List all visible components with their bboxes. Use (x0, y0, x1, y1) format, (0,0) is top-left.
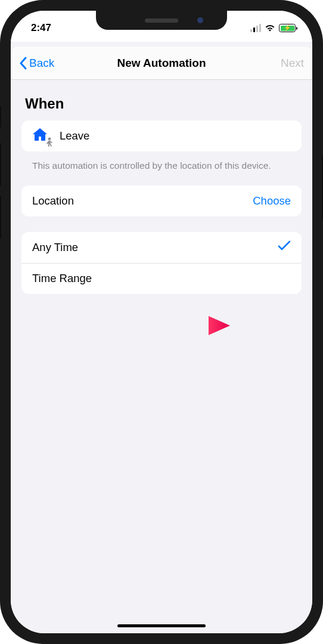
trigger-row-leave[interactable]: Leave (21, 120, 302, 151)
wifi-icon (265, 24, 275, 32)
next-button: Next (281, 57, 304, 70)
section-heading-when: When (21, 80, 302, 120)
trigger-label: Leave (60, 129, 89, 143)
status-indicators: ⚡ (250, 20, 296, 32)
location-card: Location Choose (21, 185, 302, 216)
checkmark-icon (278, 240, 291, 255)
home-indicator[interactable] (117, 624, 206, 628)
cellular-signal-icon (250, 24, 262, 32)
choose-location-button[interactable]: Choose (253, 194, 291, 208)
location-row[interactable]: Location Choose (21, 185, 302, 216)
trigger-footnote: This automation is controlled by the loc… (21, 151, 302, 185)
back-button[interactable]: Back (19, 57, 54, 70)
back-button-label: Back (29, 57, 54, 70)
content-area: When Leave This automation is controlled… (11, 80, 312, 633)
page-title: New Automation (11, 57, 312, 70)
svg-point-0 (48, 138, 51, 141)
volume-up-button (0, 143, 1, 186)
notch (96, 11, 227, 30)
location-label: Location (32, 194, 244, 208)
battery-charging-icon: ⚡ (279, 24, 296, 32)
annotation-arrow-icon (174, 312, 234, 339)
volume-down-button (0, 196, 1, 239)
status-time: 2:47 (31, 18, 51, 34)
time-option-time-range[interactable]: Time Range (21, 263, 302, 294)
time-options-card: Any Time Time Range (21, 232, 302, 294)
navigation-bar: Back New Automation Next (11, 47, 312, 80)
trigger-card: Leave (21, 120, 302, 151)
time-option-any-time[interactable]: Any Time (21, 232, 302, 263)
screen: 2:47 ⚡ Back New Automation Next (11, 11, 312, 633)
chevron-left-icon (19, 57, 27, 70)
time-option-label: Time Range (32, 272, 291, 285)
mute-switch (0, 106, 1, 128)
leave-home-icon (32, 128, 51, 144)
phone-frame: 2:47 ⚡ Back New Automation Next (0, 0, 323, 644)
time-option-label: Any Time (32, 241, 269, 254)
